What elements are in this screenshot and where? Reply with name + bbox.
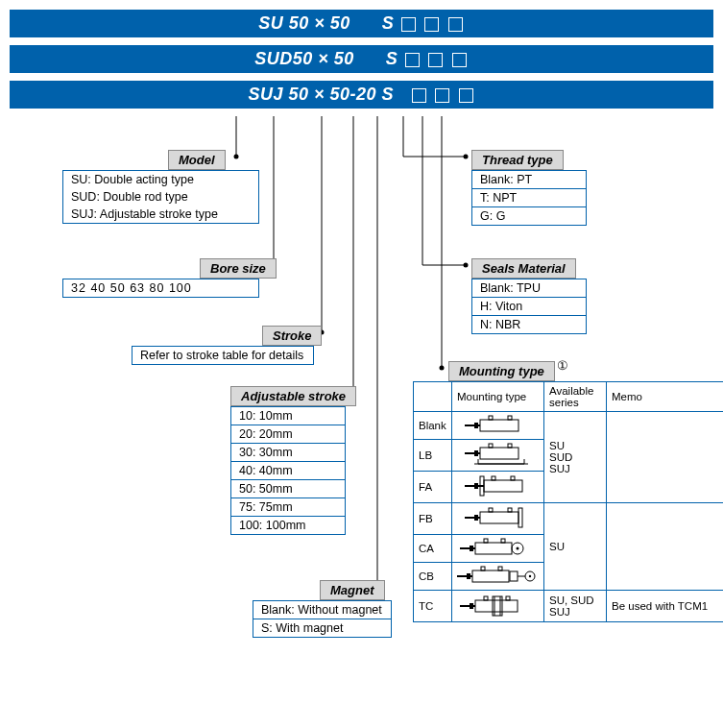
code-slot bbox=[405, 53, 420, 67]
mounting-table: Mounting type Available series Memo Blan… bbox=[413, 381, 723, 622]
svg-rect-25 bbox=[474, 450, 478, 456]
model-box: SU: Double acting type SUD: Double rod t… bbox=[62, 170, 259, 224]
svg-rect-45 bbox=[501, 539, 505, 543]
code-bar-sud: SUD50 × 50 S bbox=[10, 45, 713, 73]
mt-icon-cell bbox=[452, 440, 544, 472]
svg-rect-51 bbox=[481, 567, 485, 570]
adjstroke-label: Adjustable stroke bbox=[230, 386, 356, 406]
bar-s: S bbox=[386, 49, 398, 68]
thread-row: G: G bbox=[472, 206, 586, 225]
bar-text: SUD50 × 50 bbox=[254, 49, 354, 68]
svg-point-15 bbox=[464, 263, 469, 268]
stroke-label: Stroke bbox=[262, 326, 322, 346]
bar-text: SUJ 50 × 50-20 S bbox=[248, 85, 394, 104]
mt-code: CB bbox=[414, 563, 452, 591]
svg-rect-39 bbox=[489, 508, 493, 512]
mt-icon-cell bbox=[452, 563, 544, 591]
table-row: FB SU bbox=[414, 503, 724, 535]
stroke-text: Refer to stroke table for details bbox=[133, 347, 313, 364]
svg-rect-44 bbox=[484, 539, 488, 543]
adjstroke-box: 10: 10mm 20: 20mm 30: 30mm 40: 40mm 50: … bbox=[230, 406, 346, 535]
mt-code: Blank bbox=[414, 412, 452, 440]
magnet-row: Blank: Without magnet bbox=[253, 601, 391, 619]
svg-rect-52 bbox=[498, 567, 502, 570]
table-row: TC SU, SUD SUJ Be used with TCM1 bbox=[414, 591, 724, 622]
svg-rect-53 bbox=[510, 571, 518, 581]
code-slot bbox=[401, 17, 416, 32]
svg-rect-61 bbox=[506, 596, 510, 600]
magnet-row: S: With magnet bbox=[253, 619, 391, 637]
thread-box: Blank: PT T: NPT G: G bbox=[471, 170, 587, 226]
adj-row: 40: 40mm bbox=[231, 461, 345, 479]
thread-label: Thread type bbox=[471, 150, 564, 170]
svg-rect-34 bbox=[511, 476, 515, 480]
mounting-h3: Memo bbox=[607, 382, 724, 412]
bore-values: 32 40 50 63 80 100 bbox=[63, 279, 258, 297]
svg-rect-37 bbox=[474, 515, 478, 521]
adj-row: 50: 50mm bbox=[231, 479, 345, 497]
cylinder-lb-icon bbox=[465, 443, 532, 468]
thread-row: Blank: PT bbox=[472, 171, 586, 188]
mt-icon-cell bbox=[452, 472, 544, 503]
bore-box: 32 40 50 63 80 100 bbox=[62, 279, 259, 298]
seals-row: H: Viton bbox=[472, 297, 586, 315]
magnet-box: Blank: Without magnet S: With magnet bbox=[253, 600, 392, 638]
code-bar-su: SU 50 × 50 S bbox=[10, 10, 713, 37]
svg-point-1 bbox=[234, 155, 239, 159]
code-slot bbox=[435, 88, 449, 103]
mt-icon-cell bbox=[452, 591, 544, 622]
mt-icon-cell bbox=[452, 412, 544, 440]
svg-rect-18 bbox=[480, 420, 518, 431]
table-header-row: Mounting type Available series Memo bbox=[414, 382, 724, 412]
adj-row: 75: 75mm bbox=[231, 497, 345, 516]
bar-text: SU 50 × 50 bbox=[258, 13, 350, 33]
model-row: SUJ: Adjustable stroke type bbox=[63, 206, 258, 223]
mounting-label: Mounting type bbox=[448, 361, 555, 381]
svg-rect-59 bbox=[470, 603, 473, 609]
code-slot bbox=[459, 88, 473, 103]
svg-rect-40 bbox=[508, 508, 512, 512]
svg-rect-27 bbox=[508, 444, 512, 448]
mt-code: TC bbox=[414, 591, 452, 622]
mt-series: SU bbox=[544, 503, 607, 591]
seals-label: Seals Material bbox=[471, 258, 576, 279]
svg-rect-21 bbox=[489, 416, 493, 420]
code-slot bbox=[424, 17, 439, 32]
mt-code: FB bbox=[414, 503, 452, 535]
adj-row: 10: 10mm bbox=[231, 407, 345, 425]
seals-box: Blank: TPU H: Viton N: NBR bbox=[471, 279, 587, 334]
thread-row: T: NPT bbox=[472, 188, 586, 206]
code-slot bbox=[448, 17, 463, 32]
mounting-h1: Mounting type bbox=[452, 382, 544, 412]
cylinder-fb-icon bbox=[465, 506, 532, 531]
magnet-label: Magnet bbox=[320, 580, 385, 600]
mt-series: SU SUD SUJ bbox=[544, 412, 607, 503]
svg-rect-29 bbox=[484, 480, 522, 492]
svg-rect-33 bbox=[492, 476, 495, 480]
seals-row: N: NBR bbox=[472, 315, 586, 333]
svg-point-12 bbox=[464, 155, 469, 159]
model-row: SU: Double acting type bbox=[63, 171, 258, 188]
mt-code: CA bbox=[414, 535, 452, 563]
svg-rect-57 bbox=[475, 600, 518, 612]
svg-rect-60 bbox=[484, 596, 488, 600]
bore-label: Bore size bbox=[200, 258, 277, 279]
svg-rect-50 bbox=[467, 573, 470, 579]
svg-rect-48 bbox=[472, 570, 509, 582]
seals-row: Blank: TPU bbox=[472, 279, 586, 297]
code-slot bbox=[412, 88, 426, 103]
model-row: SUD: Double rod type bbox=[63, 188, 258, 206]
code-slot bbox=[428, 53, 443, 67]
svg-rect-23 bbox=[480, 448, 518, 459]
mounting-h2: Available series bbox=[544, 382, 607, 412]
svg-rect-35 bbox=[480, 512, 518, 523]
cylinder-fa-icon bbox=[465, 474, 532, 499]
svg-rect-26 bbox=[489, 444, 493, 448]
mt-memo: Be used with TCM1 bbox=[607, 591, 724, 622]
cylinder-ca-icon bbox=[460, 538, 537, 559]
svg-point-47 bbox=[516, 547, 518, 550]
cylinder-cb-icon bbox=[457, 566, 539, 587]
stroke-box: Refer to stroke table for details bbox=[132, 346, 314, 365]
mt-series: SU, SUD SUJ bbox=[544, 591, 607, 622]
ordering-diagram: Model SU: Double acting type SUD: Double… bbox=[10, 116, 713, 712]
